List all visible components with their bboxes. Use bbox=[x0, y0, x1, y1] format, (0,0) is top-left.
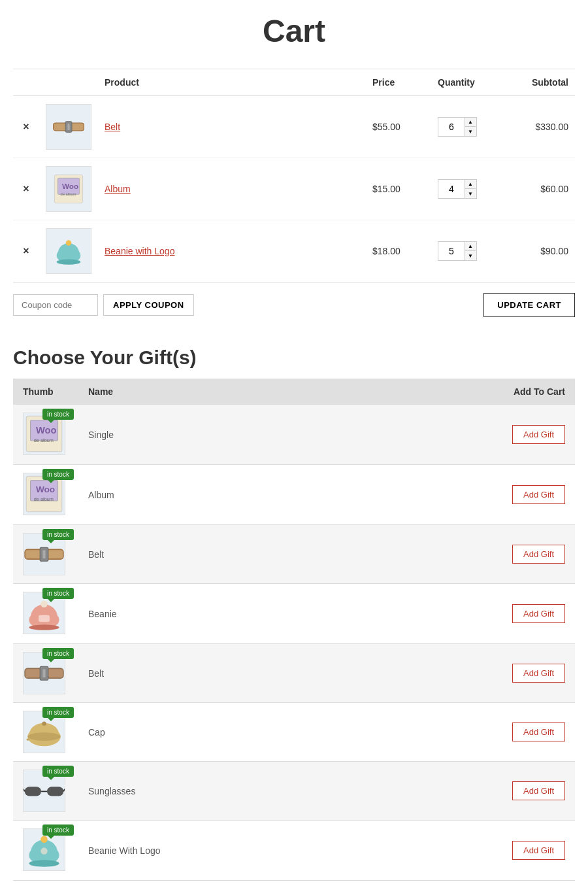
add-gift-button[interactable]: Add Gift bbox=[512, 781, 565, 800]
gift-row: in stock Cap Add Gift bbox=[13, 703, 575, 762]
gift-name-cell: Album bbox=[78, 465, 356, 525]
svg-point-23 bbox=[29, 624, 59, 630]
in-stock-badge: in stock bbox=[42, 707, 74, 718]
add-to-cart-cell: Add Gift bbox=[356, 703, 575, 762]
remove-cell: × bbox=[13, 96, 39, 158]
page-title: Cart bbox=[13, 13, 575, 49]
add-gift-button[interactable]: Add Gift bbox=[512, 841, 565, 860]
gifts-title: Choose Your Gift(s) bbox=[13, 347, 575, 369]
product-subtotal-cell: $330.00 bbox=[497, 96, 575, 158]
gift-name-cell: Single bbox=[78, 405, 356, 465]
in-stock-badge: in stock bbox=[42, 469, 74, 480]
add-to-cart-cell: Add Gift bbox=[356, 405, 575, 465]
gift-row: Woode album in stock Single Add Gift bbox=[13, 405, 575, 465]
gift-thumb-wrap: in stock bbox=[23, 711, 65, 753]
qty-down-button[interactable]: ▼ bbox=[465, 251, 476, 260]
gift-thumb-wrap: in stock bbox=[23, 533, 65, 575]
product-link[interactable]: Album bbox=[105, 184, 131, 194]
gift-name-cell: Beanie bbox=[78, 584, 356, 644]
add-gift-button[interactable]: Add Gift bbox=[512, 664, 565, 683]
add-to-cart-cell: Add Gift bbox=[356, 821, 575, 881]
qty-input[interactable] bbox=[438, 181, 465, 197]
qty-input-wrap: ▲ ▼ bbox=[438, 117, 477, 137]
gift-thumb-wrap: in stock bbox=[23, 592, 65, 634]
svg-line-34 bbox=[24, 789, 25, 792]
product-subtotal-cell: $90.00 bbox=[497, 220, 575, 282]
col-qty-header: Quantity bbox=[431, 69, 497, 96]
qty-up-button[interactable]: ▲ bbox=[465, 180, 476, 189]
qty-input[interactable] bbox=[438, 119, 465, 135]
svg-point-9 bbox=[57, 260, 81, 265]
product-name-cell: Beanie with Logo bbox=[98, 220, 366, 282]
qty-spinners: ▲ ▼ bbox=[465, 118, 476, 136]
svg-point-8 bbox=[66, 240, 71, 245]
svg-point-38 bbox=[29, 860, 59, 867]
gift-row: in stock Beanie Add Gift bbox=[13, 584, 575, 644]
add-gift-button[interactable]: Add Gift bbox=[512, 425, 565, 444]
gifts-table: Thumb Name Add To Cart Woode album in st… bbox=[13, 379, 575, 881]
svg-text:de album: de album bbox=[61, 192, 76, 196]
apply-coupon-button[interactable]: APPLY COUPON bbox=[103, 294, 194, 316]
coupon-input[interactable] bbox=[13, 294, 98, 316]
add-gift-button[interactable]: Add Gift bbox=[512, 545, 565, 564]
product-qty-cell: ▲ ▼ bbox=[431, 96, 497, 158]
qty-down-button[interactable]: ▼ bbox=[465, 127, 476, 136]
gift-row: in stock Belt Add Gift bbox=[13, 525, 575, 584]
in-stock-badge: in stock bbox=[42, 529, 74, 540]
product-link[interactable]: Belt bbox=[105, 122, 120, 132]
remove-cell: × bbox=[13, 158, 39, 220]
svg-text:Woo: Woo bbox=[62, 182, 78, 190]
gift-thumb-cell: Woode album in stock bbox=[13, 465, 78, 525]
add-to-cart-cell: Add Gift bbox=[356, 644, 575, 703]
product-name-cell: Belt bbox=[98, 96, 366, 158]
svg-rect-20 bbox=[42, 550, 45, 558]
qty-input-wrap: ▲ ▼ bbox=[438, 179, 477, 199]
add-gift-button[interactable]: Add Gift bbox=[512, 722, 565, 741]
gifts-col-thumb: Thumb bbox=[13, 379, 78, 405]
product-qty-cell: ▲ ▼ bbox=[431, 220, 497, 282]
product-thumb bbox=[46, 104, 91, 150]
gift-thumb-wrap: in stock bbox=[23, 652, 65, 694]
in-stock-badge: in stock bbox=[42, 648, 74, 659]
gift-thumb-cell: in stock bbox=[13, 525, 78, 584]
gift-row: in stock Belt Add Gift bbox=[13, 644, 575, 703]
update-cart-button[interactable]: UPDATE CART bbox=[483, 293, 575, 317]
gift-name-cell: Belt bbox=[78, 525, 356, 584]
gift-name-cell: Sunglasses bbox=[78, 762, 356, 821]
svg-rect-27 bbox=[42, 669, 45, 677]
col-product-header: Product bbox=[98, 69, 366, 96]
svg-point-39 bbox=[41, 847, 48, 855]
in-stock-badge: in stock bbox=[42, 766, 74, 777]
product-price-cell: $55.00 bbox=[366, 96, 431, 158]
in-stock-badge: in stock bbox=[42, 824, 74, 836]
qty-down-button[interactable]: ▼ bbox=[465, 189, 476, 198]
remove-item-button[interactable]: × bbox=[23, 245, 29, 257]
gift-thumb-wrap: Woode album in stock bbox=[23, 473, 65, 515]
remove-item-button[interactable]: × bbox=[23, 121, 29, 133]
gift-thumb-wrap: in stock bbox=[23, 770, 65, 812]
svg-point-37 bbox=[41, 836, 48, 843]
remove-cell: × bbox=[13, 220, 39, 282]
gift-thumb-cell: in stock bbox=[13, 821, 78, 881]
product-price-cell: $18.00 bbox=[366, 220, 431, 282]
product-link[interactable]: Beanie with Logo bbox=[105, 246, 174, 256]
svg-text:de album: de album bbox=[34, 496, 54, 502]
add-to-cart-cell: Add Gift bbox=[356, 525, 575, 584]
gift-thumb-cell: in stock bbox=[13, 644, 78, 703]
remove-item-button[interactable]: × bbox=[23, 183, 29, 195]
gift-row: in stock Beanie With Logo Add Gift bbox=[13, 821, 575, 881]
svg-line-35 bbox=[63, 789, 65, 792]
add-to-cart-cell: Add Gift bbox=[356, 584, 575, 644]
gift-row: Woode album in stock Album Add Gift bbox=[13, 465, 575, 525]
qty-up-button[interactable]: ▲ bbox=[465, 118, 476, 127]
product-price-cell: $15.00 bbox=[366, 158, 431, 220]
qty-up-button[interactable]: ▲ bbox=[465, 242, 476, 251]
gift-thumb-wrap: Woode album in stock bbox=[23, 413, 65, 455]
qty-input[interactable] bbox=[438, 243, 465, 259]
add-gift-button[interactable]: Add Gift bbox=[512, 485, 565, 504]
gifts-col-add: Add To Cart bbox=[356, 379, 575, 405]
col-price-header: Price bbox=[366, 69, 431, 96]
add-gift-button[interactable]: Add Gift bbox=[512, 604, 565, 623]
svg-point-29 bbox=[27, 733, 60, 741]
gift-name-cell: Belt bbox=[78, 644, 356, 703]
